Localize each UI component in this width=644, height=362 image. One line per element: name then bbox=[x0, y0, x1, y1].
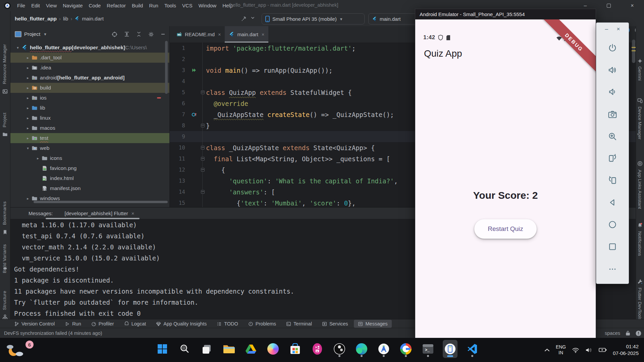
messages-tab[interactable]: [developer_abhishek] Flutter × bbox=[65, 207, 135, 219]
battery-tray-icon[interactable] bbox=[599, 348, 607, 352]
left-strip-structure[interactable]: Structure bbox=[2, 281, 7, 310]
taskbar-copilot-icon[interactable] bbox=[266, 340, 280, 358]
right-strip-device-manager[interactable]: Device Manager bbox=[637, 107, 642, 150]
tree-item-manifest-json[interactable]: {..} manifest.json bbox=[10, 183, 169, 193]
chevron-right-icon[interactable]: ▸ bbox=[25, 66, 31, 70]
menu-edit[interactable]: Edit bbox=[28, 3, 43, 8]
menu-run[interactable]: Run bbox=[146, 3, 161, 8]
taskbar-obs-icon[interactable] bbox=[332, 340, 347, 358]
chevron-right-icon[interactable]: ▸ bbox=[25, 126, 31, 130]
horizontal-scrollbar[interactable] bbox=[34, 201, 168, 203]
menu-build[interactable]: Build bbox=[129, 3, 146, 8]
tree-item--idea[interactable]: ▸ .idea bbox=[10, 63, 169, 73]
language-indicator[interactable]: ENGIN bbox=[556, 344, 566, 356]
chevron-down-icon[interactable]: ▾ bbox=[25, 146, 31, 150]
close-icon[interactable]: × bbox=[218, 32, 221, 37]
volume-up-icon[interactable] bbox=[607, 64, 618, 76]
tree-item-build[interactable]: ▸ build bbox=[10, 83, 169, 93]
taskbar-android-emulator-icon[interactable] bbox=[443, 340, 458, 358]
chevron-right-icon[interactable]: ▸ bbox=[25, 56, 31, 60]
error-indicator-icon[interactable] bbox=[636, 330, 641, 336]
tree-item--dart-tool[interactable]: ▸ .dart_tool bbox=[10, 53, 169, 63]
sparkle-icon[interactable] bbox=[637, 58, 643, 64]
taskbar-microsoft-store-icon[interactable] bbox=[288, 340, 303, 358]
chevron-right-icon[interactable]: ▸ bbox=[35, 156, 41, 161]
taskbar-android-studio-icon[interactable] bbox=[376, 340, 391, 358]
taskbar-vscode-icon[interactable] bbox=[465, 340, 480, 358]
tree-item-web[interactable]: ▾ web bbox=[10, 143, 169, 153]
chevron-down-icon[interactable]: ▼ bbox=[43, 32, 47, 36]
menu-tools[interactable]: Tools bbox=[161, 3, 179, 8]
zoom-icon[interactable] bbox=[607, 131, 618, 142]
tool-window-version-control[interactable]: Version Control bbox=[10, 320, 59, 328]
chevron-right-icon[interactable]: ▸ bbox=[25, 196, 31, 201]
device-selector[interactable]: Small Phone API 35 (mobile) ▼ bbox=[262, 13, 365, 24]
taskbar-task-view-icon[interactable] bbox=[199, 340, 214, 358]
restart-quiz-button[interactable]: Restart Quiz bbox=[474, 219, 537, 239]
right-strip-gemini[interactable]: Gemini bbox=[637, 66, 642, 88]
tree-item-hello-flutter-app[interactable]: ▾ hello_flutter_app [developer_abhishek]… bbox=[10, 43, 169, 53]
chevron-right-icon[interactable]: ▸ bbox=[25, 76, 31, 80]
breadcrumb-project[interactable]: hello_flutter_app bbox=[15, 16, 57, 22]
menu-view[interactable]: View bbox=[43, 3, 60, 8]
emulator-titlebar[interactable]: Android Emulator - Small_Phone_API_35:55… bbox=[415, 9, 596, 19]
project-panel-title[interactable]: Project bbox=[24, 31, 40, 37]
weather-widget[interactable]: 6 bbox=[5, 342, 37, 359]
right-strip-app-links-assistant[interactable]: App Links Assistant bbox=[637, 170, 642, 223]
tool-window-logcat[interactable]: Logcat bbox=[120, 320, 150, 328]
right-strip-notifications[interactable]: Notifications bbox=[637, 231, 642, 268]
breadcrumb-file[interactable]: main.dart bbox=[82, 16, 104, 22]
android-logcat-icon[interactable] bbox=[2, 266, 8, 271]
run-gutter-icon[interactable] bbox=[189, 68, 199, 73]
tool-window-app-quality-insights[interactable]: App Quality Insights bbox=[152, 320, 211, 328]
tool-window-terminal[interactable]: Terminal bbox=[282, 320, 316, 328]
close-icon[interactable]: × bbox=[262, 32, 264, 37]
indent-label[interactable]: spaces bbox=[605, 330, 620, 336]
tree-item-favicon-png[interactable]: favicon.png bbox=[10, 163, 169, 173]
volume-tray-icon[interactable] bbox=[585, 347, 593, 353]
menu-refactor[interactable]: Refactor bbox=[104, 3, 129, 8]
taskbar-clipchamp-icon[interactable] bbox=[310, 340, 325, 358]
emulator-minimize-icon[interactable]: – bbox=[605, 26, 608, 33]
emulator-close-icon[interactable]: × bbox=[617, 26, 620, 33]
chevron-right-icon[interactable]: ▸ bbox=[25, 96, 31, 100]
editor-scrollbar[interactable] bbox=[632, 40, 635, 63]
taskbar-search-icon[interactable] bbox=[177, 340, 192, 358]
tab-main-dart[interactable]: main.dart× bbox=[225, 26, 268, 43]
tree-item-lib[interactable]: ▸ lib bbox=[10, 103, 169, 113]
menu-window[interactable]: Window bbox=[196, 3, 219, 8]
tool-window-problems[interactable]: Problems bbox=[244, 320, 280, 328]
taskbar-google-icon[interactable] bbox=[398, 340, 413, 358]
taskbar-start-icon[interactable] bbox=[155, 340, 170, 358]
tool-window-run[interactable]: Run bbox=[61, 320, 85, 328]
taskbar-edge-icon[interactable] bbox=[354, 340, 369, 358]
tray-chevron-up-icon[interactable] bbox=[544, 348, 550, 352]
emulator-screen[interactable]: 1:42 DEBUG Quiz App Your Score: 2 Restar… bbox=[415, 19, 596, 338]
menu-code[interactable]: Code bbox=[86, 3, 104, 8]
sync-project-icon[interactable] bbox=[241, 15, 248, 22]
lock-icon[interactable] bbox=[626, 330, 630, 336]
tool-window-todo[interactable]: TODO bbox=[213, 320, 242, 328]
chevron-right-icon[interactable]: ▸ bbox=[25, 106, 31, 110]
taskbar-google-drive-icon[interactable] bbox=[244, 340, 258, 358]
rotate-right-icon[interactable] bbox=[607, 175, 618, 186]
fold-marker[interactable] bbox=[199, 168, 206, 172]
restore-icon[interactable] bbox=[597, 0, 621, 11]
fold-marker[interactable] bbox=[199, 190, 206, 194]
chevron-right-icon[interactable]: ▸ bbox=[25, 86, 31, 90]
vertical-scrollbar[interactable] bbox=[165, 41, 168, 94]
applinks-icon[interactable] bbox=[637, 161, 643, 166]
left-strip-bookmarks[interactable]: Bookmarks bbox=[2, 191, 7, 225]
wrench-icon[interactable] bbox=[637, 279, 643, 284]
back-icon[interactable] bbox=[607, 197, 618, 208]
device-icon[interactable] bbox=[637, 98, 643, 103]
menu-navigate[interactable]: Navigate bbox=[60, 3, 86, 8]
breadcrumb-folder[interactable]: lib bbox=[63, 16, 68, 22]
left-strip-resource-manager[interactable]: Resource Manager bbox=[2, 41, 7, 84]
left-strip-icon[interactable] bbox=[2, 89, 8, 94]
clock[interactable]: 01:4207-06-2025 bbox=[613, 343, 639, 357]
chevron-down-icon[interactable] bbox=[251, 16, 255, 19]
menu-vcs[interactable]: VCS bbox=[179, 3, 196, 8]
tool-window-messages[interactable]: Messages bbox=[354, 320, 391, 328]
overview-icon[interactable] bbox=[607, 241, 618, 252]
